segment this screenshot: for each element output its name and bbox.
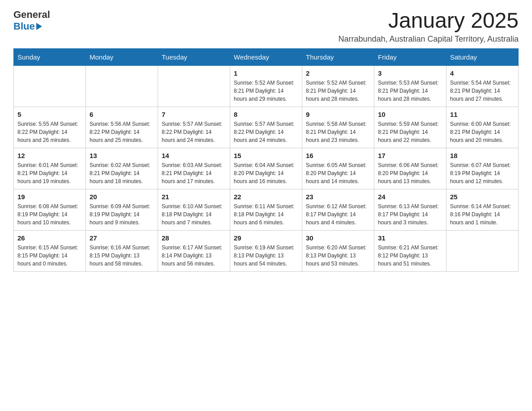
day-number: 5 xyxy=(17,111,82,118)
calendar-cell: 31Sunrise: 6:21 AM Sunset: 8:12 PM Dayli… xyxy=(374,230,446,271)
day-number: 7 xyxy=(162,111,226,118)
calendar-cell: 6Sunrise: 5:56 AM Sunset: 8:22 PM Daylig… xyxy=(86,107,158,148)
calendar-cell: 16Sunrise: 6:05 AM Sunset: 8:20 PM Dayli… xyxy=(302,148,374,189)
day-info: Sunrise: 6:11 AM Sunset: 8:18 PM Dayligh… xyxy=(234,202,298,227)
subtitle: Narrabundah, Australian Capital Territor… xyxy=(338,34,519,44)
day-number: 6 xyxy=(90,111,154,118)
calendar-cell: 11Sunrise: 6:00 AM Sunset: 8:21 PM Dayli… xyxy=(446,107,519,148)
day-info: Sunrise: 6:06 AM Sunset: 8:20 PM Dayligh… xyxy=(378,161,442,185)
day-info: Sunrise: 5:56 AM Sunset: 8:22 PM Dayligh… xyxy=(90,120,154,144)
calendar-cell: 9Sunrise: 5:58 AM Sunset: 8:21 PM Daylig… xyxy=(302,107,374,148)
day-number: 18 xyxy=(450,152,515,159)
calendar-day-header: Thursday xyxy=(302,48,374,65)
day-info: Sunrise: 5:53 AM Sunset: 8:21 PM Dayligh… xyxy=(378,79,442,103)
calendar-cell: 4Sunrise: 5:54 AM Sunset: 8:21 PM Daylig… xyxy=(446,65,519,107)
day-number: 11 xyxy=(450,111,515,118)
day-info: Sunrise: 6:20 AM Sunset: 8:13 PM Dayligh… xyxy=(306,244,370,268)
day-info: Sunrise: 6:16 AM Sunset: 8:15 PM Dayligh… xyxy=(90,244,154,268)
calendar-cell xyxy=(158,65,230,107)
calendar-cell: 27Sunrise: 6:16 AM Sunset: 8:15 PM Dayli… xyxy=(86,230,158,271)
day-number: 13 xyxy=(90,152,154,159)
calendar-cell: 8Sunrise: 5:57 AM Sunset: 8:22 PM Daylig… xyxy=(230,107,302,148)
day-info: Sunrise: 5:52 AM Sunset: 8:21 PM Dayligh… xyxy=(306,79,370,103)
day-info: Sunrise: 6:09 AM Sunset: 8:19 PM Dayligh… xyxy=(90,202,154,227)
day-number: 31 xyxy=(378,234,442,242)
calendar-day-header: Wednesday xyxy=(230,48,302,65)
day-info: Sunrise: 6:12 AM Sunset: 8:17 PM Dayligh… xyxy=(306,202,370,227)
calendar-cell: 30Sunrise: 6:20 AM Sunset: 8:13 PM Dayli… xyxy=(302,230,374,271)
calendar-cell: 10Sunrise: 5:59 AM Sunset: 8:21 PM Dayli… xyxy=(374,107,446,148)
calendar-cell: 26Sunrise: 6:15 AM Sunset: 8:15 PM Dayli… xyxy=(14,230,86,271)
day-number: 3 xyxy=(378,69,442,77)
page-header: General Blue January 2025 Narrabundah, A… xyxy=(13,9,519,44)
calendar-cell: 24Sunrise: 6:13 AM Sunset: 8:17 PM Dayli… xyxy=(374,189,446,230)
day-number: 22 xyxy=(234,193,298,201)
calendar-cell: 7Sunrise: 5:57 AM Sunset: 8:22 PM Daylig… xyxy=(158,107,230,148)
logo-general-text: General xyxy=(13,9,50,21)
calendar-week-row: 1Sunrise: 5:52 AM Sunset: 8:21 PM Daylig… xyxy=(14,65,519,107)
day-number: 25 xyxy=(450,193,515,201)
day-number: 23 xyxy=(306,193,370,201)
day-number: 17 xyxy=(378,152,442,159)
day-info: Sunrise: 6:01 AM Sunset: 8:21 PM Dayligh… xyxy=(17,161,82,185)
calendar-cell xyxy=(86,65,158,107)
day-info: Sunrise: 5:57 AM Sunset: 8:22 PM Dayligh… xyxy=(234,120,298,144)
day-number: 2 xyxy=(306,69,370,77)
calendar-cell: 5Sunrise: 5:55 AM Sunset: 8:22 PM Daylig… xyxy=(14,107,86,148)
day-number: 10 xyxy=(378,111,442,118)
calendar-day-header: Monday xyxy=(86,48,158,65)
day-info: Sunrise: 5:58 AM Sunset: 8:21 PM Dayligh… xyxy=(306,120,370,144)
calendar-cell: 15Sunrise: 6:04 AM Sunset: 8:20 PM Dayli… xyxy=(230,148,302,189)
main-title: January 2025 xyxy=(338,9,519,33)
calendar-cell: 13Sunrise: 6:02 AM Sunset: 8:21 PM Dayli… xyxy=(86,148,158,189)
calendar-header-row: SundayMondayTuesdayWednesdayThursdayFrid… xyxy=(14,48,519,65)
logo-triangle-icon xyxy=(36,23,42,30)
calendar-cell: 23Sunrise: 6:12 AM Sunset: 8:17 PM Dayli… xyxy=(302,189,374,230)
day-info: Sunrise: 6:03 AM Sunset: 8:21 PM Dayligh… xyxy=(162,161,226,185)
calendar-week-row: 26Sunrise: 6:15 AM Sunset: 8:15 PM Dayli… xyxy=(14,230,519,271)
calendar-week-row: 19Sunrise: 6:08 AM Sunset: 8:19 PM Dayli… xyxy=(14,189,519,230)
day-info: Sunrise: 5:57 AM Sunset: 8:22 PM Dayligh… xyxy=(162,120,226,144)
calendar-day-header: Friday xyxy=(374,48,446,65)
day-info: Sunrise: 6:10 AM Sunset: 8:18 PM Dayligh… xyxy=(162,202,226,227)
day-info: Sunrise: 6:19 AM Sunset: 8:13 PM Dayligh… xyxy=(234,244,298,268)
day-number: 19 xyxy=(17,193,82,201)
day-number: 12 xyxy=(17,152,82,159)
day-info: Sunrise: 6:08 AM Sunset: 8:19 PM Dayligh… xyxy=(17,202,82,227)
title-section: January 2025 Narrabundah, Australian Cap… xyxy=(338,9,519,44)
calendar-cell: 17Sunrise: 6:06 AM Sunset: 8:20 PM Dayli… xyxy=(374,148,446,189)
day-number: 4 xyxy=(450,69,515,77)
day-number: 1 xyxy=(234,69,298,77)
day-number: 15 xyxy=(234,152,298,159)
day-number: 8 xyxy=(234,111,298,118)
calendar-cell: 3Sunrise: 5:53 AM Sunset: 8:21 PM Daylig… xyxy=(374,65,446,107)
day-info: Sunrise: 6:14 AM Sunset: 8:16 PM Dayligh… xyxy=(450,202,515,227)
day-number: 14 xyxy=(162,152,226,159)
calendar-cell: 14Sunrise: 6:03 AM Sunset: 8:21 PM Dayli… xyxy=(158,148,230,189)
calendar-cell: 18Sunrise: 6:07 AM Sunset: 8:19 PM Dayli… xyxy=(446,148,519,189)
day-number: 20 xyxy=(90,193,154,201)
calendar-cell: 2Sunrise: 5:52 AM Sunset: 8:21 PM Daylig… xyxy=(302,65,374,107)
day-number: 21 xyxy=(162,193,226,201)
calendar-week-row: 5Sunrise: 5:55 AM Sunset: 8:22 PM Daylig… xyxy=(14,107,519,148)
day-number: 16 xyxy=(306,152,370,159)
calendar-day-header: Saturday xyxy=(446,48,519,65)
day-info: Sunrise: 5:54 AM Sunset: 8:21 PM Dayligh… xyxy=(450,79,515,103)
day-number: 26 xyxy=(17,234,82,242)
logo: General Blue xyxy=(13,9,50,32)
calendar-cell xyxy=(14,65,86,107)
calendar-cell xyxy=(446,230,519,271)
day-info: Sunrise: 6:17 AM Sunset: 8:14 PM Dayligh… xyxy=(162,244,226,268)
day-info: Sunrise: 6:04 AM Sunset: 8:20 PM Dayligh… xyxy=(234,161,298,185)
logo-blue-text: Blue xyxy=(13,21,35,32)
day-number: 24 xyxy=(378,193,442,201)
day-info: Sunrise: 5:55 AM Sunset: 8:22 PM Dayligh… xyxy=(17,120,82,144)
calendar-cell: 28Sunrise: 6:17 AM Sunset: 8:14 PM Dayli… xyxy=(158,230,230,271)
calendar-cell: 19Sunrise: 6:08 AM Sunset: 8:19 PM Dayli… xyxy=(14,189,86,230)
day-info: Sunrise: 6:00 AM Sunset: 8:21 PM Dayligh… xyxy=(450,120,515,144)
calendar-table: SundayMondayTuesdayWednesdayThursdayFrid… xyxy=(13,48,519,272)
day-info: Sunrise: 6:21 AM Sunset: 8:12 PM Dayligh… xyxy=(378,244,442,268)
calendar-cell: 25Sunrise: 6:14 AM Sunset: 8:16 PM Dayli… xyxy=(446,189,519,230)
calendar-cell: 20Sunrise: 6:09 AM Sunset: 8:19 PM Dayli… xyxy=(86,189,158,230)
day-number: 28 xyxy=(162,234,226,242)
